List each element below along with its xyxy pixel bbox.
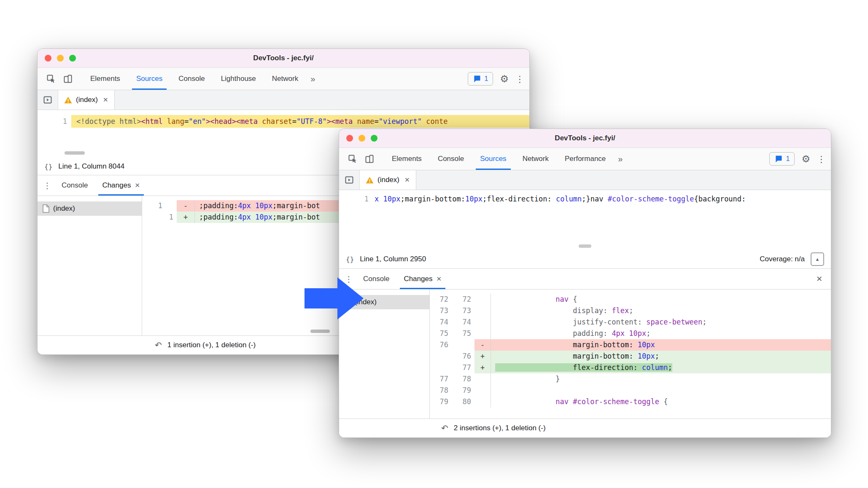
diff-band: nav { <box>474 294 831 305</box>
panel-tab-label: Console <box>178 75 205 83</box>
device-toolbar-button[interactable] <box>59 68 76 90</box>
diff-old-line-number: 73 <box>430 305 452 316</box>
panel-tab[interactable]: Network <box>515 148 557 170</box>
diff-old-line-number: 77 <box>430 373 452 385</box>
main-menu-button[interactable]: ⋮ <box>515 75 524 83</box>
titlebar[interactable]: DevTools - jec.fyi/ <box>339 129 831 148</box>
settings-gear-button[interactable]: ⚙ <box>500 74 509 84</box>
diff-old-line-number <box>430 362 452 373</box>
warning-icon <box>64 97 72 104</box>
diff-old-line-number: 76 <box>430 339 452 351</box>
close-drawer-button[interactable]: ✕ <box>810 269 828 289</box>
diff-band <box>474 385 831 396</box>
traffic-lights <box>339 135 377 142</box>
panel-tab[interactable]: Elements <box>82 68 128 90</box>
window-title: DevTools - jec.fyi/ <box>38 54 529 62</box>
drawer-tab[interactable]: Changes ✕ <box>95 175 147 196</box>
toolbar-right-controls: 1 ⚙ ⋮ <box>769 148 826 170</box>
source-file-tab[interactable]: (index) ✕ <box>360 170 416 190</box>
panel-tab[interactable]: Console <box>430 148 472 170</box>
drawer-tabs: Console Changes ✕ <box>356 269 449 289</box>
close-window-button[interactable] <box>346 135 353 142</box>
panel-tab-label: Elements <box>90 75 120 83</box>
pretty-print-button[interactable]: {} <box>346 255 354 263</box>
titlebar[interactable]: DevTools - jec.fyi/ <box>38 49 529 68</box>
diff-code: justify-content: space-between; <box>491 316 831 328</box>
horizontal-scrollbar[interactable] <box>65 151 85 155</box>
revert-icon[interactable]: ↶ <box>441 423 448 433</box>
show-navigator-button[interactable] <box>339 170 360 190</box>
diff-row: 79 80 nav #color-scheme-toggle { <box>430 396 831 408</box>
minimize-window-button[interactable] <box>359 135 365 142</box>
drawer-tab[interactable]: Changes ✕ <box>396 269 449 289</box>
issues-button[interactable]: 1 <box>468 72 493 86</box>
devtools-window-front: DevTools - jec.fyi/ ElementsConsoleSourc… <box>339 129 831 438</box>
zoom-window-button[interactable] <box>371 135 377 142</box>
panel-tab-label: Sources <box>136 75 162 83</box>
diff-band: } <box>474 373 831 385</box>
diff-new-line-number: 80 <box>452 396 474 408</box>
panel-tab[interactable]: Performance <box>557 148 614 170</box>
diff-code: nav { <box>491 294 831 305</box>
more-tabs-button[interactable]: » <box>306 68 319 90</box>
splitter-drag-handle[interactable] <box>579 244 591 248</box>
panel-tab[interactable]: Elements <box>384 148 430 170</box>
inspect-element-button[interactable] <box>344 148 361 170</box>
warning-icon <box>366 177 374 184</box>
diff-row: 78 79 <box>430 385 831 396</box>
changes-summary-text: 1 insertion (+), 1 deletion (-) <box>167 341 256 349</box>
diff-band: - margin-bottom: 10px <box>474 339 831 351</box>
source-code-line: 1 <!doctype html><html lang="en"><head><… <box>38 110 529 128</box>
diff-marker <box>474 328 491 339</box>
close-window-button[interactable] <box>45 55 51 62</box>
diff-row: 75 75 padding: 4px 10px; <box>430 328 831 339</box>
zoom-window-button[interactable] <box>69 55 76 62</box>
inspect-icon <box>348 154 358 164</box>
panel-tab[interactable]: Sources <box>472 148 514 170</box>
panel-tab[interactable]: Sources <box>128 68 170 90</box>
diff-row: 74 74 justify-content: space-between; <box>430 316 831 328</box>
minimize-window-button[interactable] <box>57 55 64 62</box>
cursor-position-status: Line 1, Column 2950 <box>360 255 426 263</box>
panel-tab[interactable]: Lighthouse <box>213 68 264 90</box>
main-menu-button[interactable]: ⋮ <box>817 155 826 164</box>
panel-tab[interactable]: Network <box>264 68 306 90</box>
diff-old-line-number: 75 <box>430 328 452 339</box>
main-toolbar: ElementsSourcesConsoleLighthouseNetwork … <box>38 68 529 90</box>
source-code-text: x 10px;margin-bottom:10px;flex-direction… <box>373 193 831 205</box>
tab-close-icon[interactable]: ✕ <box>436 275 442 283</box>
diff-old-line-number: 74 <box>430 316 452 328</box>
panel-tab[interactable]: Console <box>170 68 213 90</box>
open-panel-button[interactable]: ▲ <box>811 252 824 266</box>
source-editor[interactable]: 1 x 10px;margin-bottom:10px;flex-directi… <box>339 190 831 250</box>
drawer-menu-button[interactable]: ⋮ <box>40 175 54 196</box>
panel-tab-label: Network <box>523 155 549 163</box>
more-tabs-button[interactable]: » <box>614 148 627 170</box>
settings-gear-button[interactable]: ⚙ <box>801 154 810 164</box>
source-file-tab[interactable]: (index) ✕ <box>58 90 115 110</box>
diff-code: display: flex; <box>491 305 831 316</box>
revert-icon[interactable]: ↶ <box>155 340 162 350</box>
diff-row: 77 78 } <box>430 373 831 385</box>
issues-button[interactable]: 1 <box>769 152 795 166</box>
inspect-element-button[interactable] <box>43 68 59 90</box>
diff-old-line-number: 79 <box>430 396 452 408</box>
source-code-text: <!doctype html><html lang="en"><head><me… <box>71 115 529 128</box>
statusbar-right: Coverage: n/a ▲ <box>760 252 824 266</box>
pretty-print-button[interactable]: {} <box>44 163 52 171</box>
diff-old-line-number <box>142 212 166 223</box>
tab-close-icon[interactable]: ✕ <box>135 182 140 189</box>
device-toolbar-button[interactable] <box>361 148 378 170</box>
show-navigator-button[interactable] <box>38 90 58 110</box>
drawer-tab[interactable]: Console <box>54 175 95 196</box>
window-title: DevTools - jec.fyi/ <box>339 134 831 142</box>
diff-code: margin-bottom: 10px <box>491 339 831 351</box>
diff-band: padding: 4px 10px; <box>474 328 831 339</box>
diff-old-line-number: 72 <box>430 294 452 305</box>
tab-close-icon[interactable]: ✕ <box>404 176 410 184</box>
tab-close-icon[interactable]: ✕ <box>103 96 108 104</box>
horizontal-scrollbar[interactable] <box>310 330 330 333</box>
changes-file-item[interactable]: (index) <box>38 201 142 216</box>
line-number: 1 <box>339 193 373 205</box>
panel-tab-label: Elements <box>392 155 422 163</box>
